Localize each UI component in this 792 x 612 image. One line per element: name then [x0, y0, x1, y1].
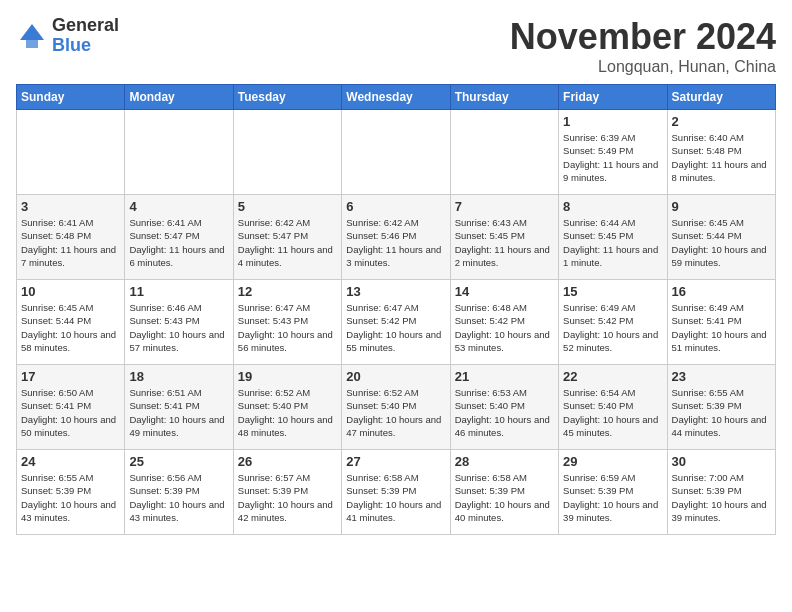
- header-saturday: Saturday: [667, 85, 775, 110]
- svg-marker-0: [20, 24, 44, 40]
- header-monday: Monday: [125, 85, 233, 110]
- day-info: Sunrise: 6:46 AM Sunset: 5:43 PM Dayligh…: [129, 301, 228, 354]
- day-info: Sunrise: 6:52 AM Sunset: 5:40 PM Dayligh…: [346, 386, 445, 439]
- day-info: Sunrise: 6:45 AM Sunset: 5:44 PM Dayligh…: [672, 216, 771, 269]
- title-block: November 2024 Longquan, Hunan, China: [510, 16, 776, 76]
- day-number: 23: [672, 369, 771, 384]
- day-number: 28: [455, 454, 554, 469]
- day-cell: 21Sunrise: 6:53 AM Sunset: 5:40 PM Dayli…: [450, 365, 558, 450]
- day-info: Sunrise: 6:56 AM Sunset: 5:39 PM Dayligh…: [129, 471, 228, 524]
- header-tuesday: Tuesday: [233, 85, 341, 110]
- day-number: 4: [129, 199, 228, 214]
- day-cell: 1Sunrise: 6:39 AM Sunset: 5:49 PM Daylig…: [559, 110, 667, 195]
- day-number: 25: [129, 454, 228, 469]
- week-row-3: 10Sunrise: 6:45 AM Sunset: 5:44 PM Dayli…: [17, 280, 776, 365]
- month-title: November 2024: [510, 16, 776, 58]
- header-row: Sunday Monday Tuesday Wednesday Thursday…: [17, 85, 776, 110]
- header-wednesday: Wednesday: [342, 85, 450, 110]
- logo-icon: [16, 20, 48, 52]
- day-info: Sunrise: 6:41 AM Sunset: 5:48 PM Dayligh…: [21, 216, 120, 269]
- day-info: Sunrise: 6:59 AM Sunset: 5:39 PM Dayligh…: [563, 471, 662, 524]
- day-info: Sunrise: 6:55 AM Sunset: 5:39 PM Dayligh…: [672, 386, 771, 439]
- logo: General Blue: [16, 16, 119, 56]
- day-number: 16: [672, 284, 771, 299]
- day-info: Sunrise: 6:41 AM Sunset: 5:47 PM Dayligh…: [129, 216, 228, 269]
- day-info: Sunrise: 6:52 AM Sunset: 5:40 PM Dayligh…: [238, 386, 337, 439]
- day-cell: 11Sunrise: 6:46 AM Sunset: 5:43 PM Dayli…: [125, 280, 233, 365]
- logo-blue: Blue: [52, 36, 119, 56]
- day-info: Sunrise: 6:44 AM Sunset: 5:45 PM Dayligh…: [563, 216, 662, 269]
- day-number: 27: [346, 454, 445, 469]
- day-info: Sunrise: 6:47 AM Sunset: 5:42 PM Dayligh…: [346, 301, 445, 354]
- day-cell: 20Sunrise: 6:52 AM Sunset: 5:40 PM Dayli…: [342, 365, 450, 450]
- day-info: Sunrise: 6:45 AM Sunset: 5:44 PM Dayligh…: [21, 301, 120, 354]
- day-cell: 28Sunrise: 6:58 AM Sunset: 5:39 PM Dayli…: [450, 450, 558, 535]
- header-friday: Friday: [559, 85, 667, 110]
- day-number: 19: [238, 369, 337, 384]
- day-cell: [233, 110, 341, 195]
- svg-rect-1: [26, 40, 38, 48]
- day-cell: 6Sunrise: 6:42 AM Sunset: 5:46 PM Daylig…: [342, 195, 450, 280]
- day-number: 22: [563, 369, 662, 384]
- day-cell: 7Sunrise: 6:43 AM Sunset: 5:45 PM Daylig…: [450, 195, 558, 280]
- day-info: Sunrise: 6:48 AM Sunset: 5:42 PM Dayligh…: [455, 301, 554, 354]
- day-cell: 29Sunrise: 6:59 AM Sunset: 5:39 PM Dayli…: [559, 450, 667, 535]
- day-number: 2: [672, 114, 771, 129]
- day-cell: 23Sunrise: 6:55 AM Sunset: 5:39 PM Dayli…: [667, 365, 775, 450]
- day-number: 24: [21, 454, 120, 469]
- day-info: Sunrise: 6:55 AM Sunset: 5:39 PM Dayligh…: [21, 471, 120, 524]
- day-number: 9: [672, 199, 771, 214]
- day-cell: 26Sunrise: 6:57 AM Sunset: 5:39 PM Dayli…: [233, 450, 341, 535]
- day-info: Sunrise: 6:49 AM Sunset: 5:42 PM Dayligh…: [563, 301, 662, 354]
- day-cell: 19Sunrise: 6:52 AM Sunset: 5:40 PM Dayli…: [233, 365, 341, 450]
- day-info: Sunrise: 6:58 AM Sunset: 5:39 PM Dayligh…: [346, 471, 445, 524]
- day-cell: 2Sunrise: 6:40 AM Sunset: 5:48 PM Daylig…: [667, 110, 775, 195]
- day-number: 1: [563, 114, 662, 129]
- day-number: 14: [455, 284, 554, 299]
- day-info: Sunrise: 6:40 AM Sunset: 5:48 PM Dayligh…: [672, 131, 771, 184]
- calendar-table: Sunday Monday Tuesday Wednesday Thursday…: [16, 84, 776, 535]
- day-number: 29: [563, 454, 662, 469]
- day-number: 17: [21, 369, 120, 384]
- day-cell: [125, 110, 233, 195]
- header-sunday: Sunday: [17, 85, 125, 110]
- day-cell: 15Sunrise: 6:49 AM Sunset: 5:42 PM Dayli…: [559, 280, 667, 365]
- page-header: General Blue November 2024 Longquan, Hun…: [16, 16, 776, 76]
- logo-general: General: [52, 16, 119, 36]
- day-info: Sunrise: 6:47 AM Sunset: 5:43 PM Dayligh…: [238, 301, 337, 354]
- day-cell: 14Sunrise: 6:48 AM Sunset: 5:42 PM Dayli…: [450, 280, 558, 365]
- day-cell: 30Sunrise: 7:00 AM Sunset: 5:39 PM Dayli…: [667, 450, 775, 535]
- day-cell: [17, 110, 125, 195]
- day-cell: 9Sunrise: 6:45 AM Sunset: 5:44 PM Daylig…: [667, 195, 775, 280]
- day-number: 11: [129, 284, 228, 299]
- day-info: Sunrise: 6:57 AM Sunset: 5:39 PM Dayligh…: [238, 471, 337, 524]
- day-cell: 17Sunrise: 6:50 AM Sunset: 5:41 PM Dayli…: [17, 365, 125, 450]
- day-number: 30: [672, 454, 771, 469]
- week-row-2: 3Sunrise: 6:41 AM Sunset: 5:48 PM Daylig…: [17, 195, 776, 280]
- day-number: 3: [21, 199, 120, 214]
- day-cell: 22Sunrise: 6:54 AM Sunset: 5:40 PM Dayli…: [559, 365, 667, 450]
- day-cell: 18Sunrise: 6:51 AM Sunset: 5:41 PM Dayli…: [125, 365, 233, 450]
- week-row-5: 24Sunrise: 6:55 AM Sunset: 5:39 PM Dayli…: [17, 450, 776, 535]
- day-info: Sunrise: 6:43 AM Sunset: 5:45 PM Dayligh…: [455, 216, 554, 269]
- week-row-1: 1Sunrise: 6:39 AM Sunset: 5:49 PM Daylig…: [17, 110, 776, 195]
- day-number: 26: [238, 454, 337, 469]
- location: Longquan, Hunan, China: [510, 58, 776, 76]
- day-number: 13: [346, 284, 445, 299]
- day-info: Sunrise: 6:49 AM Sunset: 5:41 PM Dayligh…: [672, 301, 771, 354]
- day-number: 20: [346, 369, 445, 384]
- day-cell: 13Sunrise: 6:47 AM Sunset: 5:42 PM Dayli…: [342, 280, 450, 365]
- day-number: 12: [238, 284, 337, 299]
- day-cell: 4Sunrise: 6:41 AM Sunset: 5:47 PM Daylig…: [125, 195, 233, 280]
- day-info: Sunrise: 7:00 AM Sunset: 5:39 PM Dayligh…: [672, 471, 771, 524]
- day-number: 18: [129, 369, 228, 384]
- calendar-header: Sunday Monday Tuesday Wednesday Thursday…: [17, 85, 776, 110]
- day-cell: 12Sunrise: 6:47 AM Sunset: 5:43 PM Dayli…: [233, 280, 341, 365]
- day-number: 5: [238, 199, 337, 214]
- day-info: Sunrise: 6:54 AM Sunset: 5:40 PM Dayligh…: [563, 386, 662, 439]
- day-cell: [450, 110, 558, 195]
- day-number: 21: [455, 369, 554, 384]
- day-cell: 25Sunrise: 6:56 AM Sunset: 5:39 PM Dayli…: [125, 450, 233, 535]
- day-info: Sunrise: 6:42 AM Sunset: 5:47 PM Dayligh…: [238, 216, 337, 269]
- day-info: Sunrise: 6:53 AM Sunset: 5:40 PM Dayligh…: [455, 386, 554, 439]
